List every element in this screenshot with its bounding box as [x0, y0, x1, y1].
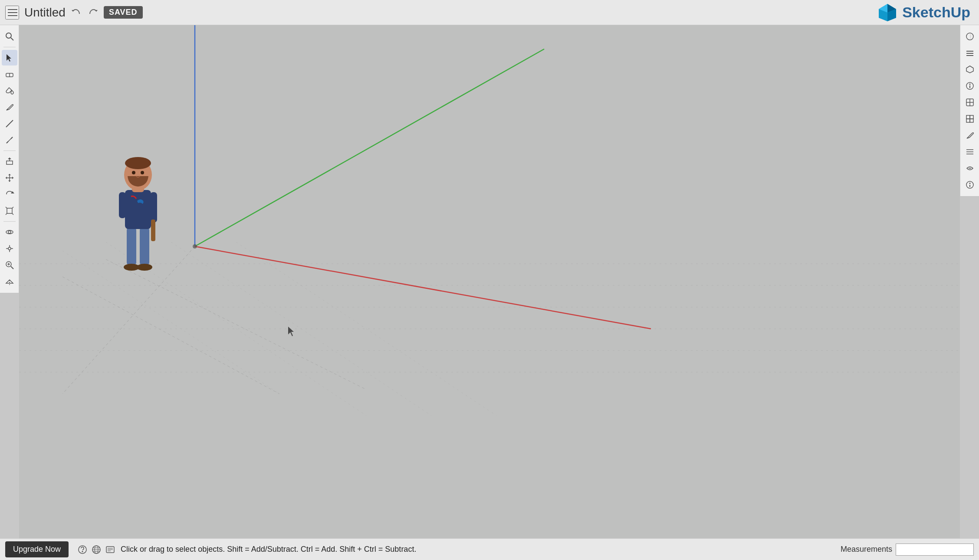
styles-panel-button[interactable]: [962, 29, 978, 44]
move-tool-button[interactable]: [2, 170, 17, 186]
svg-point-78: [969, 84, 970, 85]
svg-marker-0: [72, 10, 74, 12]
redo-button[interactable]: [86, 6, 100, 20]
svg-rect-65: [151, 219, 155, 241]
svg-line-8: [11, 38, 13, 40]
scale-tool-button[interactable]: [2, 203, 17, 219]
bottom-bar: Upgrade Now Click or drag to select obje…: [0, 538, 979, 560]
svg-rect-64: [150, 192, 157, 223]
measurements-label: Measurements: [841, 545, 892, 554]
svg-line-27: [6, 207, 7, 208]
left-toolbar: [0, 25, 19, 293]
sketchup-logo: SketchUp: [877, 2, 970, 23]
model-info-button[interactable]: [962, 177, 978, 193]
svg-line-14: [7, 141, 8, 143]
svg-point-61: [137, 264, 152, 271]
eraser-tool-button[interactable]: [2, 66, 17, 82]
sketchup-logo-text: SketchUp: [902, 4, 970, 21]
svg-rect-83: [970, 115, 973, 119]
svg-rect-82: [966, 115, 970, 119]
tape-measure-tool-button[interactable]: [2, 132, 17, 148]
svg-rect-84: [966, 119, 970, 122]
svg-marker-1: [95, 10, 98, 12]
svg-rect-16: [7, 161, 13, 164]
saved-badge: SAVED: [104, 6, 143, 19]
svg-rect-58: [127, 227, 136, 266]
svg-marker-75: [966, 66, 973, 73]
toolbar-separator-2: [3, 151, 16, 151]
measurements-input[interactable]: [896, 544, 974, 556]
line-tool-button[interactable]: [2, 116, 17, 131]
svg-rect-40: [19, 25, 960, 538]
select-tool-button[interactable]: [2, 50, 17, 65]
document-title: Untitled: [24, 6, 66, 20]
toolbar-separator-3: [3, 221, 16, 222]
svg-point-68: [125, 157, 151, 169]
materials-panel-button[interactable]: [962, 95, 978, 110]
push-pull-tool-button[interactable]: [2, 154, 17, 169]
components-panel-button[interactable]: [962, 111, 978, 127]
svg-line-35: [11, 266, 13, 269]
svg-marker-22: [8, 180, 11, 182]
svg-point-32: [8, 231, 11, 233]
svg-point-7: [6, 33, 11, 38]
pan-tool-button[interactable]: [2, 241, 17, 256]
upgrade-now-button[interactable]: Upgrade Now: [5, 541, 69, 557]
globe-button[interactable]: [89, 543, 103, 557]
viewport-svg: [19, 25, 960, 538]
svg-point-33: [8, 247, 11, 250]
entity-info-panel-button[interactable]: [962, 78, 978, 94]
svg-line-29: [6, 213, 7, 215]
svg-point-94: [82, 551, 83, 552]
rotate-tool-button[interactable]: [2, 187, 17, 202]
orbit-tool-button[interactable]: [2, 224, 17, 240]
help-button[interactable]: [76, 543, 89, 557]
svg-line-28: [12, 207, 13, 208]
svg-marker-21: [8, 174, 11, 175]
title-bar: Untitled SAVED SketchUp: [0, 0, 979, 25]
status-icon-button[interactable]: [103, 543, 117, 557]
edit-panel-button[interactable]: [962, 128, 978, 143]
svg-point-92: [969, 183, 970, 184]
layers-panel-button[interactable]: [962, 45, 978, 61]
svg-line-30: [12, 213, 13, 215]
status-text: Click or drag to select objects. Shift =…: [121, 545, 841, 554]
svg-rect-26: [7, 208, 12, 213]
zoom-tool-button[interactable]: [2, 257, 17, 273]
svg-point-69: [132, 171, 135, 174]
svg-rect-85: [970, 119, 973, 122]
svg-marker-18: [8, 157, 11, 159]
svg-rect-59: [140, 227, 149, 266]
svg-point-70: [141, 171, 144, 174]
soften-edges-button[interactable]: [962, 160, 978, 176]
undo-button[interactable]: [69, 6, 83, 20]
svg-rect-63: [119, 192, 126, 218]
outliner-panel-button[interactable]: [962, 144, 978, 160]
scenes-panel-button[interactable]: [962, 62, 978, 77]
paint-bucket-tool-button[interactable]: [2, 83, 17, 98]
svg-marker-24: [12, 177, 13, 179]
toolbar-separator: [3, 47, 16, 47]
right-toolbar: [960, 25, 979, 196]
pencil-tool-button[interactable]: [2, 99, 17, 115]
hamburger-menu-button[interactable]: [5, 6, 19, 20]
search-tool-button[interactable]: [2, 29, 17, 44]
canvas-area[interactable]: [19, 25, 960, 538]
section-plane-button[interactable]: [2, 274, 17, 289]
svg-marker-23: [6, 177, 7, 179]
svg-rect-62: [125, 190, 151, 229]
svg-line-12: [6, 120, 13, 127]
svg-line-15: [11, 137, 13, 139]
svg-point-57: [193, 244, 197, 249]
